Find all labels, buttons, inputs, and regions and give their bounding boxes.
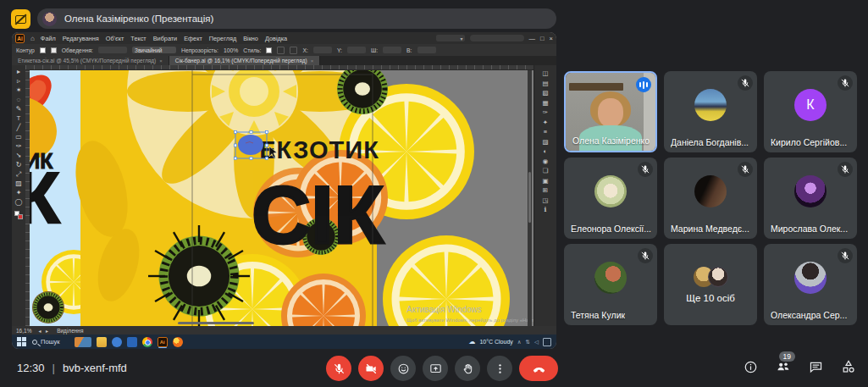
preferences-button[interactable] xyxy=(290,47,297,54)
canvas-vertical-scrollbar[interactable] xyxy=(528,70,532,326)
opacity-value[interactable]: 100% xyxy=(224,47,238,53)
panel-icon-gradient[interactable]: ▨ xyxy=(542,139,548,146)
panel-icon-transparency[interactable]: ◐ xyxy=(544,148,548,155)
gradient-tool[interactable]: ▨ xyxy=(15,180,22,188)
participants-button[interactable]: 19 xyxy=(776,359,791,374)
illustrator-taskbar-icon[interactable]: Ai xyxy=(158,337,168,347)
home-icon[interactable]: ⌂ xyxy=(30,35,35,42)
participant-tile[interactable]: Олександра Сер... xyxy=(764,244,857,325)
participant-tile[interactable]: Тетяна Кулик xyxy=(564,244,657,325)
more-options-button[interactable] xyxy=(487,356,512,381)
participant-tile[interactable]: К Кирило Сергійов... xyxy=(764,71,857,152)
participant-tile[interactable]: Мирослава Олек... xyxy=(764,158,857,239)
tray-volume-icon[interactable]: ◁ xyxy=(534,339,539,346)
pencil-tool[interactable]: ➘ xyxy=(16,152,22,160)
help-search-field[interactable] xyxy=(470,35,524,41)
fill-swatch[interactable] xyxy=(40,47,46,53)
fill-stroke-wells[interactable] xyxy=(14,211,23,219)
canvas-horizontal-scrollbar[interactable] xyxy=(25,321,528,325)
panel-icon-swatches[interactable]: ▦ xyxy=(542,100,548,107)
participant-tile[interactable]: Марина Медведє... xyxy=(664,158,757,239)
selection-tool[interactable]: ▸ xyxy=(17,68,20,76)
panel-icon-color[interactable]: ▧ xyxy=(542,90,548,97)
panel-icon-pathfinder[interactable]: ◳ xyxy=(542,197,548,204)
width-field[interactable] xyxy=(383,47,401,53)
activities-button[interactable] xyxy=(841,359,856,374)
eyedropper-tool[interactable]: ✦ xyxy=(16,189,22,197)
panel-icon-align[interactable]: ⊞ xyxy=(543,187,548,194)
tray-network-icon[interactable]: ⇅ xyxy=(526,339,530,346)
edge-icon[interactable] xyxy=(112,337,122,347)
scale-tool[interactable]: ⤢ xyxy=(16,170,21,179)
reactions-button[interactable] xyxy=(390,356,416,381)
end-call-button[interactable] xyxy=(519,356,558,381)
panel-icon-artboards[interactable]: ▣ xyxy=(542,178,548,185)
firefox-icon[interactable] xyxy=(173,337,183,347)
tab-close-icon[interactable]: × xyxy=(159,58,163,64)
mic-toggle-button[interactable] xyxy=(326,356,351,381)
panel-icon-symbols[interactable]: ✦ xyxy=(543,119,548,126)
shared-screen-tile[interactable]: Ai ⌂ ФайлРедагуванняОб'єктТекстВибратиЕф… xyxy=(12,32,556,349)
direct-selection-tool[interactable]: ▹ xyxy=(17,77,20,86)
line-tool[interactable]: ╱ xyxy=(17,124,21,132)
participant-tile[interactable]: Елеонора Олексії... xyxy=(564,158,657,239)
x-field[interactable] xyxy=(313,47,332,53)
tray-expand-icon[interactable]: ∧ xyxy=(517,339,522,346)
store-icon[interactable] xyxy=(127,337,137,347)
style-swatch[interactable] xyxy=(266,47,272,53)
stroke-width-field[interactable] xyxy=(98,47,127,53)
action-center-icon[interactable] xyxy=(543,338,551,346)
document-tab[interactable]: Етикетка-сік.ai @ 45,5% (CMYK/Попередній… xyxy=(12,56,169,65)
lasso-tool[interactable]: ◌ xyxy=(17,96,21,104)
doc-setup-button[interactable] xyxy=(277,47,285,54)
stroke-swatch[interactable] xyxy=(51,47,57,53)
weather-cloud-icon[interactable]: ☁ xyxy=(468,338,475,346)
raise-hand-button[interactable] xyxy=(455,356,480,381)
panel-icon-info[interactable]: ℹ xyxy=(545,207,547,213)
artboard-nav-arrows[interactable]: ◂ ▸ xyxy=(38,328,50,334)
start-button[interactable] xyxy=(17,337,26,346)
menu-help[interactable]: Довідка xyxy=(265,35,287,42)
menu-edit[interactable]: Редагування xyxy=(63,35,99,42)
illustrator-canvas[interactable]: ЕКЗОТИК СІК ТИК К xyxy=(25,70,534,326)
document-tab-active[interactable]: Сік-банер.ai @ 16,1% (CMYK/Попередній пе… xyxy=(169,56,320,65)
zoom-level-select[interactable]: 16,1% xyxy=(16,328,31,334)
menu-file[interactable]: Файл xyxy=(41,35,56,42)
panel-icon-appearance[interactable]: ◉ xyxy=(543,158,549,165)
chat-button[interactable] xyxy=(809,360,823,374)
height-field[interactable] xyxy=(417,47,436,53)
participant-tile-olena[interactable]: Олена Казіміренко xyxy=(564,71,657,152)
participant-tile[interactable]: Даніела Богданів... xyxy=(664,71,757,152)
panel-icon-brushes[interactable]: ✑ xyxy=(543,109,548,116)
panel-icon-layers[interactable]: ❏ xyxy=(543,168,549,174)
workspace-dropdown[interactable]: ▾ xyxy=(436,35,465,41)
tab-close-icon[interactable]: × xyxy=(311,58,314,64)
overflow-participants-tile[interactable]: Ще 10 осіб xyxy=(664,244,757,325)
rotate-tool[interactable]: ↻ xyxy=(16,161,22,169)
pen-tool[interactable]: ✎ xyxy=(16,105,22,113)
camera-toggle-button[interactable] xyxy=(358,356,384,381)
menu-object[interactable]: Об'єкт xyxy=(106,35,124,42)
maximize-button[interactable]: □ xyxy=(540,35,545,42)
chrome-icon[interactable] xyxy=(142,337,152,347)
menu-type[interactable]: Текст xyxy=(130,35,146,42)
meeting-details-button[interactable] xyxy=(744,360,758,374)
present-button[interactable] xyxy=(423,356,448,381)
presentation-label-pill[interactable]: Олена Казіміренко (Презентація) xyxy=(37,8,556,29)
taskbar-search[interactable]: Пошук xyxy=(32,338,60,346)
panel-icon-properties[interactable]: ◫ xyxy=(542,70,548,77)
panel-icon-stroke[interactable]: ≡ xyxy=(544,129,547,135)
file-explorer-icon[interactable] xyxy=(97,337,107,347)
blend-mode-select[interactable]: Звичайний xyxy=(132,47,176,53)
menu-view[interactable]: Перегляд xyxy=(209,35,236,42)
weather-text[interactable]: 10°C Cloudy xyxy=(479,339,512,345)
panel-icon-libraries[interactable]: ▤ xyxy=(542,80,548,87)
menu-window[interactable]: Вікно xyxy=(243,35,258,42)
weather-widget-icon[interactable] xyxy=(75,337,91,347)
minimize-button[interactable]: — xyxy=(529,35,536,42)
menu-effect[interactable]: Ефект xyxy=(184,35,202,42)
zoom-tool[interactable]: ◯ xyxy=(15,198,23,207)
y-field[interactable] xyxy=(347,47,366,53)
type-tool[interactable]: T xyxy=(17,114,21,123)
menu-select[interactable]: Вибрати xyxy=(153,35,178,42)
